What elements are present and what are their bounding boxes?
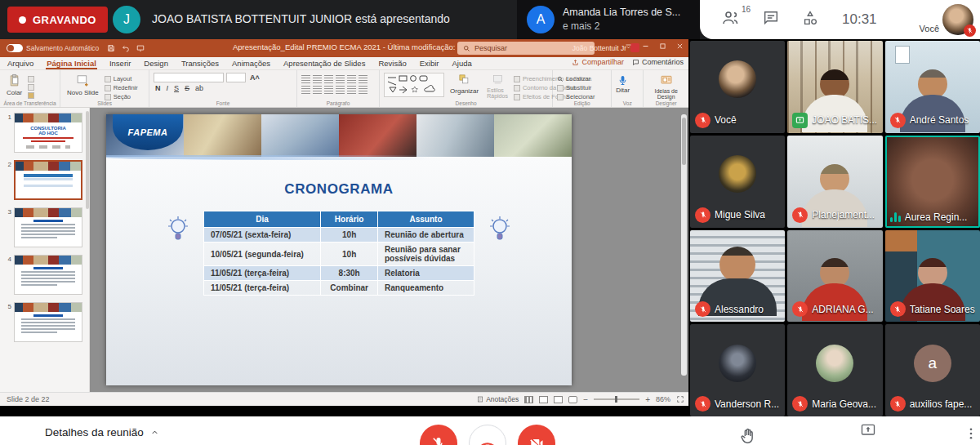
end-call-button[interactable] bbox=[469, 425, 506, 445]
new-slide-icon bbox=[76, 73, 90, 87]
font-style-button[interactable]: N bbox=[154, 84, 163, 92]
find-button[interactable]: Localizar bbox=[557, 75, 595, 82]
slideshow-view-button[interactable] bbox=[568, 396, 577, 403]
autosave-toggle[interactable]: Salvamento Automático bbox=[7, 44, 99, 52]
zoom-in-button[interactable]: + bbox=[645, 395, 650, 404]
grow-font-icon[interactable]: A˄ bbox=[248, 73, 261, 82]
participant-tile[interactable]: André Santos bbox=[885, 41, 980, 133]
participant-tile[interactable]: Tatiane Soares bbox=[885, 230, 980, 323]
participant-tile[interactable]: Aurea Regin... bbox=[885, 136, 980, 228]
cut-icon[interactable] bbox=[28, 76, 34, 82]
maximize-icon[interactable] bbox=[659, 42, 666, 50]
participant-tile[interactable]: ADRIANA G... bbox=[787, 230, 882, 323]
menu-tab-ajuda[interactable]: Ajuda bbox=[451, 58, 472, 69]
design-ideas-label: Ideias de Design bbox=[650, 88, 682, 100]
participant-tile[interactable]: Vanderson R... bbox=[690, 324, 785, 416]
replace-button[interactable]: Substituir bbox=[557, 84, 595, 91]
normal-view-button[interactable] bbox=[524, 396, 533, 403]
presenting-status[interactable]: JOAO BATISTA BOTTENTUIT J... bbox=[796, 422, 939, 445]
menu-tab-página-inicial[interactable]: Página Inicial bbox=[46, 58, 97, 69]
font-style-button[interactable]: S bbox=[172, 84, 180, 92]
chat-button[interactable] bbox=[762, 9, 780, 30]
participant-tile[interactable]: Planejament... bbox=[787, 136, 882, 228]
copy-icon[interactable] bbox=[28, 84, 34, 91]
section-button[interactable]: Seção bbox=[105, 93, 138, 100]
mic-off-icon bbox=[699, 211, 707, 219]
raise-hand-button[interactable] bbox=[739, 427, 757, 445]
arrange-button[interactable]: Organizar bbox=[448, 73, 481, 96]
shapes-gallery[interactable] bbox=[384, 73, 444, 97]
mic-toggle-button[interactable] bbox=[420, 425, 457, 445]
layout-button[interactable]: Layout bbox=[105, 75, 138, 82]
comments-button[interactable]: Comentários bbox=[632, 58, 684, 66]
menu-tab-exibir[interactable]: Exibir bbox=[419, 58, 440, 69]
thumbnail-scrollbar[interactable] bbox=[86, 111, 89, 209]
menu-tab-animações[interactable]: Animações bbox=[231, 58, 271, 69]
menu-tab-transições[interactable]: Transições bbox=[180, 58, 220, 69]
slide-thumbnail-panel: 1CONSULTORIAAD HOC2345 bbox=[0, 108, 90, 392]
quick-styles-label: Estilos Rápidos bbox=[487, 87, 508, 99]
font-style-button[interactable]: I bbox=[165, 84, 171, 92]
powerpoint-window: Salvamento Automático Apresentação_Edita… bbox=[0, 39, 688, 406]
font-size-select[interactable] bbox=[226, 73, 246, 82]
participant-tile[interactable]: Alessandro bbox=[690, 230, 785, 323]
reading-view-button[interactable] bbox=[554, 396, 563, 403]
fit-slide-icon[interactable] bbox=[676, 395, 684, 403]
slide-thumbnail-5[interactable]: 5 bbox=[2, 302, 86, 342]
participant-nameplate: André Santos bbox=[890, 113, 969, 128]
presenting-icon bbox=[795, 116, 804, 125]
canvas-scrollbar[interactable] bbox=[681, 114, 687, 376]
select-button[interactable]: Selecionar bbox=[557, 93, 595, 100]
zoom-slider[interactable] bbox=[594, 398, 639, 400]
slide-thumbnail-4[interactable]: 4 bbox=[2, 255, 86, 295]
menu-tab-apresentação-de-slides[interactable]: Apresentação de Slides bbox=[283, 58, 366, 69]
camera-toggle-button[interactable] bbox=[518, 425, 555, 445]
font-style-button[interactable]: S bbox=[183, 84, 191, 92]
slide-thumbnail-1[interactable]: 1CONSULTORIAAD HOC bbox=[2, 113, 86, 153]
undo-icon[interactable] bbox=[122, 44, 130, 52]
slide-thumbnail-2[interactable]: 2 bbox=[2, 160, 86, 200]
self-view-avatar[interactable] bbox=[942, 4, 973, 35]
font-style-button[interactable]: ab bbox=[194, 84, 205, 92]
ribbon-options-icon[interactable] bbox=[625, 42, 632, 50]
meeting-details-button[interactable]: Detalhes da reunião bbox=[45, 426, 159, 438]
paragraph-tools[interactable] bbox=[301, 73, 368, 94]
sorter-view-button[interactable] bbox=[539, 396, 548, 403]
participant-tile[interactable]: Migue Silva bbox=[690, 136, 785, 228]
format-painter-icon[interactable] bbox=[28, 92, 34, 99]
save-icon[interactable] bbox=[107, 44, 115, 52]
menu-tab-inserir[interactable]: Inserir bbox=[109, 58, 131, 69]
slideshow-icon[interactable] bbox=[136, 44, 145, 52]
minimize-icon[interactable] bbox=[642, 42, 649, 50]
quick-styles-button[interactable]: Estilos Rápidos bbox=[484, 73, 510, 100]
current-slide[interactable]: FAPEMA CRONOGRAMA bbox=[106, 114, 572, 385]
design-ideas-button[interactable]: Ideias de Design bbox=[648, 73, 684, 100]
more-options-button[interactable] bbox=[964, 426, 978, 444]
font-name-select[interactable] bbox=[154, 73, 224, 82]
menu-tab-design[interactable]: Design bbox=[143, 58, 169, 69]
new-slide-button[interactable]: Novo Slide bbox=[65, 73, 101, 97]
mic-off-icon bbox=[699, 400, 707, 408]
close-icon[interactable] bbox=[676, 42, 684, 50]
presenting-badge bbox=[792, 113, 808, 128]
participant-tile[interactable]: JOAO BATIS... bbox=[787, 41, 882, 133]
paste-button[interactable]: Colar bbox=[4, 73, 24, 97]
participant-tile[interactable]: aauxilios fape... bbox=[885, 324, 980, 416]
activities-button[interactable] bbox=[801, 9, 819, 30]
menu-tab-revisão[interactable]: Revisão bbox=[377, 58, 407, 69]
reset-button[interactable]: Redefinir bbox=[105, 84, 138, 91]
cronograma-table-body: 07/05/21 (sexta-feira)10hReunião de aber… bbox=[204, 228, 474, 296]
participants-button[interactable]: 16 bbox=[721, 8, 741, 31]
zoom-percent[interactable]: 86% bbox=[656, 395, 670, 403]
notes-icon bbox=[477, 396, 483, 403]
dictate-button[interactable]: Ditar bbox=[616, 73, 630, 94]
table-row: 07/05/21 (sexta-feira)10hReunião de aber… bbox=[204, 228, 474, 243]
participant-tile[interactable]: Maria Geova... bbox=[787, 324, 882, 416]
comments-label: Comentários bbox=[642, 58, 684, 66]
slide-thumbnail-3[interactable]: 3 bbox=[2, 207, 86, 247]
participant-tile[interactable]: Você bbox=[690, 41, 785, 133]
notes-button[interactable]: Anotações bbox=[477, 395, 519, 403]
menu-tab-arquivo[interactable]: Arquivo bbox=[7, 58, 34, 69]
share-button[interactable]: Compartilhar bbox=[572, 58, 624, 66]
zoom-out-button[interactable]: − bbox=[583, 395, 588, 404]
